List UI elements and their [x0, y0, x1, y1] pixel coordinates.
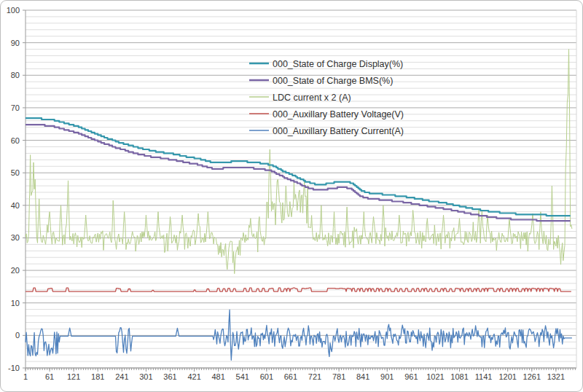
y-axis-tick-label: 90 [11, 39, 20, 47]
x-axis-tick-label: 961 [404, 372, 418, 381]
legend-label: 000_Auxillary Battery Voltage(V) [273, 109, 404, 119]
legend-item[interactable]: LDC current x 2 (A) [249, 93, 351, 103]
y-axis-tick-label: 60 [11, 136, 20, 145]
y-axis-tick-label: 50 [11, 168, 20, 177]
chart-canvas[interactable]: -100102030405060708090100161121181241301… [1, 1, 583, 392]
excel-chart-frame[interactable]: -100102030405060708090100161121181241301… [0, 0, 583, 392]
series-line-5[interactable] [26, 310, 572, 360]
legend-label: 000_State of Charge Display(%) [273, 59, 403, 69]
y-axis-tick-label: 40 [11, 201, 20, 210]
x-axis-tick-label: 361 [163, 372, 176, 381]
y-axis-tick-label: 70 [11, 103, 20, 112]
y-axis-tick-label: -10 [8, 364, 20, 372]
x-axis-tick-label: 181 [91, 372, 104, 381]
legend-label: 000_State of Charge BMS(%) [273, 76, 393, 86]
legend-item[interactable]: 000_Auxillary Battery Voltage(V) [249, 109, 404, 119]
legend-item[interactable]: 000_Auxillary Battery Current(A) [249, 126, 404, 136]
y-axis-tick-label: 100 [7, 6, 20, 15]
x-axis-tick-label: 1141 [475, 372, 493, 381]
x-axis-tick-label: 721 [308, 372, 321, 381]
x-axis-tick-label: 301 [139, 372, 152, 381]
legend-label: 000_Auxillary Battery Current(A) [273, 126, 404, 136]
x-axis-tick-label: 1021 [426, 372, 444, 381]
x-axis-tick-label: 1201 [498, 372, 516, 381]
legend: 000_State of Charge Display(%)000_State … [249, 59, 404, 136]
x-axis-tick-label: 241 [115, 372, 128, 381]
legend-item[interactable]: 000_State of Charge Display(%) [249, 59, 403, 69]
x-axis-tick-label: 1261 [523, 372, 541, 381]
x-axis-tick-label: 601 [260, 372, 273, 381]
y-axis-tick-label: 10 [11, 299, 20, 307]
x-axis-tick-label: 901 [380, 372, 394, 381]
legend-label: LDC current x 2 (A) [273, 93, 351, 103]
legend-item[interactable]: 000_State of Charge BMS(%) [249, 76, 393, 86]
y-axis-tick-label: 0 [15, 331, 20, 340]
y-axis-tick-label: 20 [11, 266, 20, 275]
x-axis-tick-label: 61 [45, 372, 54, 381]
x-axis-tick-label: 661 [284, 372, 297, 381]
x-axis-tick-label: 541 [236, 372, 249, 381]
x-axis-tick-label: 1081 [450, 372, 468, 381]
y-axis-tick-label: 30 [11, 233, 20, 242]
y-axis-tick-label: 80 [11, 71, 20, 79]
x-axis-tick-label: 841 [356, 372, 369, 381]
x-axis-tick-label: 781 [332, 372, 345, 381]
x-axis-tick-label: 481 [212, 372, 225, 381]
x-axis-tick-label: 121 [67, 372, 80, 381]
x-axis-tick-label: 421 [187, 372, 200, 381]
x-axis-tick-label: 1 [23, 372, 28, 381]
x-axis-tick-label: 1321 [547, 372, 565, 381]
